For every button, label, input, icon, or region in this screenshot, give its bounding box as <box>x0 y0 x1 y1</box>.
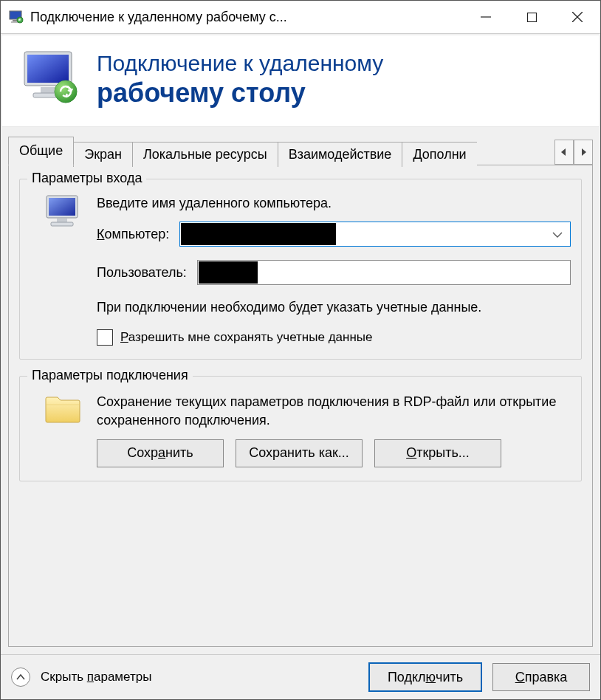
app-icon <box>5 10 27 24</box>
tab-panel-general: Параметры входа Введите имя удаленного к… <box>8 165 593 647</box>
svg-rect-20 <box>51 222 73 226</box>
tab-scroll-left[interactable] <box>554 140 574 165</box>
connection-desc: Сохранение текущих параметров подключени… <box>97 393 571 429</box>
titlebar: Подключение к удаленному рабочему с... <box>1 1 600 34</box>
user-value-redacted <box>199 261 258 284</box>
tab-scroll-right[interactable] <box>574 140 593 165</box>
svg-rect-11 <box>27 55 69 83</box>
group-connection: Параметры подключения Сохранение текущих… <box>19 376 582 481</box>
open-button[interactable]: Открыть... <box>374 439 501 467</box>
hide-options-label[interactable]: Скрыть параметры <box>41 670 151 684</box>
save-as-button[interactable]: Сохранить как... <box>236 439 363 467</box>
header-banner: Подключение к удаленному рабочему столу <box>2 35 599 127</box>
svg-rect-6 <box>527 13 536 21</box>
close-button[interactable] <box>554 1 600 33</box>
computer-label: Компьютер: <box>97 227 169 242</box>
computer-value-redacted <box>181 223 336 245</box>
svg-rect-12 <box>41 87 55 93</box>
minimize-button[interactable] <box>463 1 509 33</box>
chevron-down-icon <box>552 227 563 241</box>
group-connection-legend: Параметры подключения <box>27 368 193 383</box>
credentials-note: При подключении необходимо будет указать… <box>97 298 571 316</box>
save-credentials-checkbox[interactable] <box>97 329 113 346</box>
tab-local-resources[interactable]: Локальные ресурсы <box>132 142 278 167</box>
tab-scroll <box>554 140 593 165</box>
window-title: Подключение к удаленному рабочему с... <box>27 10 463 25</box>
connect-button[interactable]: Подключить <box>368 662 482 692</box>
folder-icon <box>30 390 97 425</box>
header-line2: рабочему столу <box>97 78 383 109</box>
svg-rect-19 <box>57 219 67 222</box>
save-button[interactable]: Сохранить <box>97 439 224 467</box>
login-instruction: Введите имя удаленного компьютера. <box>97 196 571 211</box>
header-line1: Подключение к удаленному <box>97 51 383 76</box>
maximize-button[interactable] <box>509 1 554 33</box>
tab-display[interactable]: Экран <box>73 142 133 167</box>
bottom-bar: Скрыть параметры Подключить Справка <box>1 654 600 699</box>
user-textbox[interactable] <box>197 260 571 285</box>
collapse-options-button[interactable] <box>11 668 30 687</box>
tab-advanced[interactable]: Дополни <box>402 142 476 167</box>
computer-icon <box>30 193 97 231</box>
header-text: Подключение к удаленному рабочему столу <box>97 51 383 109</box>
computer-combobox[interactable] <box>179 222 571 247</box>
tab-experience[interactable]: Взаимодействие <box>278 142 403 167</box>
group-login-legend: Параметры входа <box>27 171 146 186</box>
rdp-monitor-icon <box>20 49 83 110</box>
user-label: Пользователь: <box>97 265 187 281</box>
tab-general[interactable]: Общие <box>8 137 74 165</box>
svg-point-15 <box>55 80 77 103</box>
rdp-dialog: Подключение к удаленному рабочему с... <box>0 0 601 700</box>
group-login: Параметры входа Введите имя удаленного к… <box>19 179 582 360</box>
help-button[interactable]: Справка <box>492 663 590 691</box>
svg-rect-18 <box>49 198 75 216</box>
save-credentials-label: Разрешить мне сохранять учетные данные <box>120 330 372 345</box>
tab-strip: Общие Экран Локальные ресурсы Взаимодейс… <box>8 136 593 165</box>
